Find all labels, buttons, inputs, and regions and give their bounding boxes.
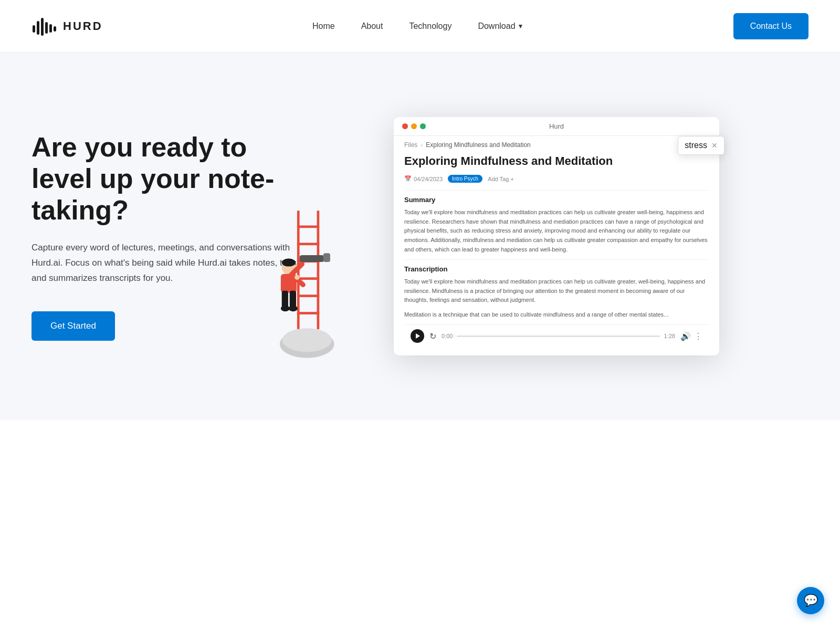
audio-time-end: 1:28	[664, 333, 675, 339]
nav-link-download[interactable]: Download ▼	[478, 22, 523, 31]
mockup-body: Exploring Mindfulness and Meditation 📅 0…	[394, 154, 719, 356]
section-divider	[404, 190, 709, 191]
svg-point-27	[295, 275, 299, 280]
maximize-dot	[420, 123, 426, 129]
contact-button[interactable]: Contact Us	[733, 13, 808, 39]
svg-rect-5	[54, 26, 56, 32]
logo[interactable]: HURD	[32, 14, 103, 39]
doc-meta: 📅 04/24/2023 Intro Psych Add Tag +	[404, 175, 709, 183]
transcription-text-2: Meditation is a technique that can be us…	[404, 310, 709, 320]
svg-point-17	[282, 259, 296, 267]
svg-rect-2	[41, 18, 44, 36]
svg-point-25	[281, 306, 290, 311]
svg-rect-7	[317, 211, 320, 330]
get-started-button[interactable]: Get Started	[32, 311, 115, 341]
person-illustration-icon	[252, 196, 357, 364]
svg-point-26	[289, 306, 298, 311]
nav-item-technology[interactable]: Technology	[409, 22, 452, 31]
play-button[interactable]	[411, 329, 424, 343]
nav-item-about[interactable]: About	[361, 22, 383, 31]
bottom-section	[0, 420, 840, 578]
section-divider-2	[404, 259, 709, 260]
doc-tag[interactable]: Intro Psych	[448, 175, 482, 183]
app-mockup: Hurd stress ✕ Files › Exploring Mindfuln…	[394, 117, 719, 356]
mockup-breadcrumb: Files › Exploring Mindfulness and Medita…	[394, 136, 719, 154]
svg-rect-21	[300, 255, 324, 262]
mockup-titlebar: Hurd stress ✕	[394, 117, 719, 136]
svg-rect-0	[33, 25, 35, 33]
summary-text: Today we'll explore how mindfulness and …	[404, 208, 709, 254]
transcription-text: Today we'll explore how mindfulness and …	[404, 277, 709, 305]
svg-rect-1	[37, 21, 39, 35]
breadcrumb-current: Exploring Mindfulness and Meditation	[426, 141, 530, 149]
search-overlay: stress ✕	[678, 136, 724, 155]
transcription-label: Transcription	[404, 265, 709, 273]
hero-visual: Hurd stress ✕ Files › Exploring Mindfuln…	[304, 117, 808, 356]
logo-icon	[32, 14, 57, 39]
audio-player: ↻ 0:00 1:28 🔊 ⋮	[404, 324, 709, 347]
search-value: stress	[685, 141, 707, 150]
svg-rect-24	[290, 291, 296, 308]
chevron-down-icon: ▼	[518, 23, 524, 30]
nav-links: Home About Technology Download ▼	[312, 22, 524, 31]
volume-icon[interactable]: 🔊	[680, 331, 691, 341]
hero-section: Are you ready to level up your note-taki…	[0, 52, 840, 420]
svg-rect-4	[49, 24, 52, 33]
nav-item-home[interactable]: Home	[312, 22, 335, 31]
search-close-icon[interactable]: ✕	[711, 141, 718, 150]
minimize-dot	[411, 123, 417, 129]
nav-link-about[interactable]: About	[361, 22, 383, 30]
more-icon[interactable]: ⋮	[694, 331, 702, 341]
svg-rect-23	[282, 291, 288, 308]
audio-progress: 0:00 1:28	[442, 333, 675, 339]
hero-illustration	[252, 196, 357, 366]
audio-progress-bar[interactable]	[457, 335, 659, 337]
nav-item-download[interactable]: Download ▼	[478, 22, 523, 31]
svg-rect-9	[297, 243, 319, 246]
audio-time-start: 0:00	[442, 333, 453, 339]
nav-link-technology[interactable]: Technology	[409, 22, 452, 30]
logo-waveform-icon	[32, 14, 57, 39]
doc-title: Exploring Mindfulness and Meditation	[404, 154, 709, 169]
nav-link-home[interactable]: Home	[312, 22, 335, 30]
svg-rect-3	[45, 22, 48, 34]
svg-rect-8	[297, 226, 319, 228]
svg-point-15	[282, 329, 332, 352]
close-dot	[402, 123, 408, 129]
svg-rect-12	[297, 295, 319, 298]
breadcrumb-separator: ›	[421, 141, 423, 149]
breadcrumb-root[interactable]: Files	[404, 141, 417, 149]
audio-controls: 🔊 ⋮	[680, 331, 702, 341]
doc-tag-add[interactable]: Add Tag +	[488, 176, 514, 182]
logo-text: HURD	[63, 19, 103, 33]
navbar: HURD Home About Technology Download ▼ Co…	[0, 0, 840, 52]
summary-label: Summary	[404, 196, 709, 204]
skip-button[interactable]: ↻	[429, 331, 436, 341]
window-title: Hurd	[549, 122, 564, 130]
svg-rect-13	[297, 312, 319, 315]
svg-rect-22	[323, 254, 330, 262]
window-controls	[402, 123, 426, 129]
doc-date: 📅 04/24/2023	[404, 175, 443, 182]
